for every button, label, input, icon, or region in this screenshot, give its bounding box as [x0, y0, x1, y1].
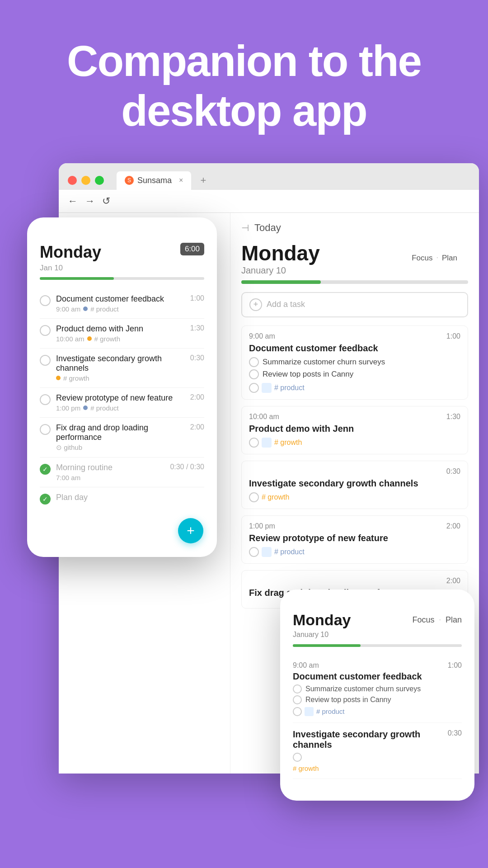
- mobile-task-1-title: Document customer feedback: [56, 294, 185, 304]
- new-tab-icon[interactable]: +: [200, 175, 206, 186]
- mobile-task-4-info: Review prototype of new feature 1:00 pm …: [56, 393, 185, 412]
- mobile-task-2-dur: 1:30: [190, 324, 204, 332]
- plan-button[interactable]: Plan: [442, 254, 457, 263]
- task-1-tag-check[interactable]: [249, 383, 259, 393]
- mobile-task-2-check[interactable]: [40, 325, 51, 336]
- mobile-task-5-title: Fix drag and drop loading performance: [56, 423, 185, 442]
- mrt-1-tag: # product: [316, 708, 345, 715]
- mobile-task-7-info: Plan day: [56, 493, 204, 502]
- task-3-check[interactable]: [249, 492, 259, 502]
- mobile-task-5: Fix drag and drop loading performance ⊙ …: [40, 418, 204, 458]
- task-2-tag: # growth: [274, 439, 302, 447]
- mobile-task-5-dur: 2:00: [190, 423, 204, 431]
- mrt-1-title: Document customer feedback: [293, 671, 462, 682]
- mobile-left-time-badge: 6:00: [180, 243, 204, 255]
- task-3-duration: 0:30: [446, 467, 460, 476]
- browser-tab[interactable]: S Sunsama ×: [117, 171, 191, 190]
- day-subtitle: January 10: [241, 265, 468, 276]
- mrt-1-tag-icon: [305, 707, 314, 716]
- mobile-task-6-check[interactable]: ✓: [40, 464, 51, 475]
- mobile-task-4-meta: 1:00 pm # product: [56, 404, 185, 412]
- mrt-1-sub-2-check[interactable]: [293, 695, 302, 704]
- mobile-fab[interactable]: +: [178, 518, 203, 543]
- collapse-icon[interactable]: ⊣: [241, 222, 249, 233]
- separator: ·: [436, 254, 438, 263]
- mobile-task-4: Review prototype of new feature 1:00 pm …: [40, 388, 204, 418]
- task-card-1: 9:00 am 1:00 Document customer feedback …: [241, 326, 468, 400]
- mobile-task-1-meta: 9:00 am # product: [56, 305, 185, 313]
- reload-button[interactable]: ↺: [102, 195, 110, 207]
- mobile-task-6-meta: 7:00 am: [56, 474, 164, 481]
- mobile-task-2-meta: 10:00 am # growth: [56, 335, 185, 343]
- task-3-tag-row: # growth: [249, 492, 460, 502]
- task-2-duration: 1:30: [446, 413, 460, 421]
- mri-2-dur: 0:30: [448, 729, 462, 750]
- mobile-task-7-title: Plan day: [56, 493, 204, 502]
- tab-close-icon[interactable]: ×: [179, 176, 183, 184]
- task-5-duration: 2:00: [446, 577, 460, 585]
- task-1-sub-2-check[interactable]: [249, 369, 259, 379]
- minimize-dot[interactable]: [81, 176, 90, 185]
- mobile-right-day: Monday: [293, 611, 351, 629]
- browser-dots: [68, 176, 104, 185]
- add-task-icon: +: [249, 298, 262, 311]
- task-card-2: 10:00 am 1:30 Product demo with Jenn # g…: [241, 406, 468, 454]
- growth-dot-3: [56, 376, 61, 380]
- mrt-1-tag-check[interactable]: [293, 707, 302, 716]
- browser-titlebar: S Sunsama × +: [59, 163, 479, 190]
- mobile-left-content: Monday 6:00 Jan 10 Document customer fee…: [27, 232, 217, 521]
- mobile-right-date: January 10: [293, 631, 462, 639]
- task-2-time: 10:00 am: [249, 413, 279, 421]
- back-button[interactable]: ←: [68, 195, 78, 207]
- mobile-task-4-tag: # product: [90, 404, 119, 412]
- focus-button[interactable]: Focus: [412, 254, 432, 263]
- task-1-duration: 1:00: [446, 332, 460, 340]
- focus-plan-row: Focus · Plan: [412, 254, 457, 263]
- task-1-sub-1-check[interactable]: [249, 357, 259, 367]
- mobile-task-5-meta: ⊙ github: [56, 443, 185, 452]
- mobile-task-3: Investigate secondary growth channels # …: [40, 349, 204, 388]
- mrt-1-sub-1: Summarize customer churn surveys: [293, 684, 462, 693]
- task-4-duration: 2:00: [446, 522, 460, 530]
- today-label: Today: [254, 222, 281, 234]
- mobile-task-6-dur: 0:30 / 0:30: [170, 463, 204, 471]
- mobile-task-4-time: 1:00 pm: [56, 404, 80, 412]
- close-dot[interactable]: [68, 176, 77, 185]
- focus-label-right[interactable]: Focus: [412, 615, 434, 625]
- task-1-tag: # product: [274, 384, 305, 392]
- task-2-check[interactable]: [249, 438, 259, 448]
- mobile-task-6-title: Morning routine: [56, 463, 164, 472]
- plan-label-right[interactable]: Plan: [446, 615, 462, 625]
- mobile-task-2: Product demo with Jenn 10:00 am # growth…: [40, 319, 204, 349]
- task-1-tag-icon: [262, 383, 272, 393]
- task-4-time: 1:00 pm: [249, 522, 275, 530]
- mrt-1-dur: 1:00: [448, 661, 462, 670]
- mobile-task-5-info: Fix drag and drop loading performance ⊙ …: [56, 423, 185, 452]
- mobile-task-4-check[interactable]: [40, 394, 51, 405]
- mobile-phone-left: Monday 6:00 Jan 10 Document customer fee…: [27, 217, 217, 557]
- mri-2-check[interactable]: [293, 753, 302, 762]
- mobile-task-1-tag: # product: [90, 305, 119, 313]
- mrt-1-sub-1-check[interactable]: [293, 684, 302, 693]
- forward-button[interactable]: →: [85, 195, 95, 207]
- mrt-1-subs: Summarize customer churn surveys Review …: [293, 684, 462, 704]
- mobile-task-5-tag: ⊙ github: [56, 443, 82, 452]
- mobile-task-3-check[interactable]: [40, 355, 51, 366]
- task-2-title: Product demo with Jenn: [249, 424, 460, 434]
- mobile-task-1-time: 9:00 am: [56, 305, 80, 313]
- maximize-dot[interactable]: [95, 176, 104, 185]
- mobile-left-progress-fill: [40, 277, 114, 280]
- mobile-task-1-check[interactable]: [40, 295, 51, 306]
- mrt-1-sub-1-label: Summarize customer churn surveys: [305, 685, 421, 693]
- mobile-task-7-check[interactable]: ✓: [40, 494, 51, 505]
- mobile-right-progress-fill: [293, 644, 361, 647]
- task-1-tag-row: # product: [249, 383, 460, 393]
- mobile-task-3-info: Investigate secondary growth channels # …: [56, 354, 185, 382]
- mobile-right-content: Monday Focus · Plan January 10 9:00 am 1…: [280, 602, 474, 788]
- sep-right: ·: [439, 616, 441, 624]
- task-4-check[interactable]: [249, 547, 259, 557]
- mobile-task-5-check[interactable]: [40, 424, 51, 435]
- mobile-task-1: Document customer feedback 9:00 am # pro…: [40, 289, 204, 319]
- task-1-sub-2: Review top posts in Canny: [249, 369, 460, 379]
- add-task-row[interactable]: + Add a task: [241, 292, 468, 317]
